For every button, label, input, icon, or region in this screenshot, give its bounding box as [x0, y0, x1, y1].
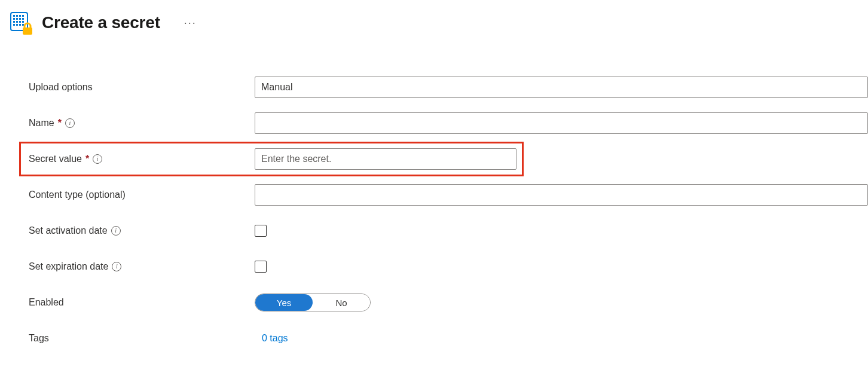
enabled-yes-button[interactable]: Yes [255, 294, 313, 311]
label-secret-value-text: Secret value [29, 154, 82, 164]
upload-options-select[interactable] [255, 77, 868, 98]
row-upload-options: Upload options [29, 77, 868, 98]
label-secret-value: Secret value * i [29, 154, 255, 164]
svg-rect-9 [13, 21, 15, 23]
expiration-date-checkbox[interactable] [255, 261, 267, 273]
label-enabled: Enabled [29, 297, 255, 308]
label-expiration-date: Set expiration date i [29, 261, 255, 272]
create-secret-form: Upload options Name * i Secret value * i [10, 77, 868, 349]
label-upload-options-text: Upload options [29, 82, 93, 93]
secret-value-input[interactable] [255, 148, 516, 170]
row-enabled: Enabled Yes No [29, 292, 868, 313]
svg-rect-7 [19, 18, 21, 20]
label-tags: Tags [29, 333, 255, 344]
svg-rect-10 [16, 21, 18, 23]
page-header: Create a secret ··· [10, 11, 868, 35]
page-title: Create a secret [42, 13, 160, 32]
more-actions-button[interactable]: ··· [181, 14, 200, 32]
row-content-type: Content type (optional) [29, 184, 868, 206]
svg-rect-5 [13, 18, 15, 20]
tags-link[interactable]: 0 tags [255, 333, 288, 343]
svg-rect-4 [22, 15, 24, 17]
row-expiration-date: Set expiration date i [29, 256, 868, 277]
svg-rect-11 [19, 21, 21, 23]
name-input[interactable] [255, 112, 868, 134]
label-upload-options: Upload options [29, 82, 255, 93]
info-icon[interactable]: i [111, 226, 121, 236]
label-name: Name * i [29, 118, 255, 129]
enabled-toggle: Yes No [255, 294, 371, 311]
label-activation-date-text: Set activation date [29, 225, 108, 236]
svg-rect-2 [16, 15, 18, 17]
svg-rect-12 [22, 21, 24, 23]
label-expiration-date-text: Set expiration date [29, 261, 108, 272]
label-enabled-text: Enabled [29, 297, 64, 308]
svg-rect-6 [16, 18, 18, 20]
svg-rect-1 [13, 15, 15, 17]
row-activation-date: Set activation date i [29, 220, 868, 242]
label-content-type: Content type (optional) [29, 190, 255, 200]
row-secret-value: Secret value * i [29, 148, 868, 170]
row-name: Name * i [29, 112, 868, 134]
svg-rect-15 [19, 24, 21, 26]
svg-rect-8 [22, 18, 24, 20]
svg-rect-13 [13, 24, 15, 26]
info-icon[interactable]: i [93, 154, 102, 164]
svg-rect-14 [16, 24, 18, 26]
svg-rect-16 [22, 24, 24, 26]
required-indicator: * [85, 154, 89, 164]
info-icon[interactable]: i [65, 118, 75, 128]
row-tags: Tags 0 tags [29, 328, 868, 349]
label-tags-text: Tags [29, 333, 49, 344]
required-indicator: * [58, 118, 62, 129]
enabled-no-button[interactable]: No [313, 294, 370, 311]
key-vault-secret-icon [10, 11, 33, 35]
activation-date-checkbox[interactable] [255, 225, 267, 237]
label-name-text: Name [29, 118, 54, 129]
label-activation-date: Set activation date i [29, 225, 255, 236]
svg-rect-3 [19, 15, 21, 17]
svg-rect-17 [23, 27, 32, 35]
content-type-input[interactable] [255, 184, 868, 206]
info-icon[interactable]: i [112, 262, 121, 271]
label-content-type-text: Content type (optional) [29, 190, 126, 200]
